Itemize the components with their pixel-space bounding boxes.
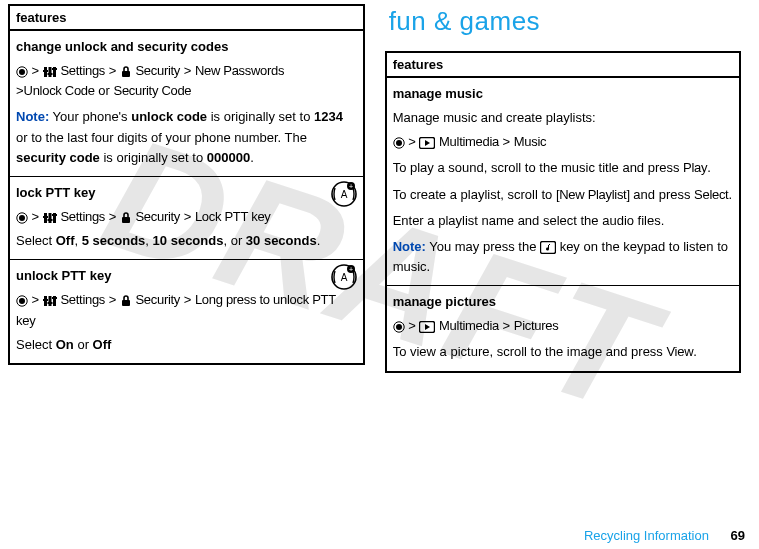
t: security code xyxy=(16,150,100,165)
svg-rect-33 xyxy=(52,297,57,299)
label: Pictures xyxy=(514,318,559,333)
intro: Manage music and create playlists: xyxy=(393,108,734,128)
lock-icon xyxy=(120,295,132,307)
svg-marker-43 xyxy=(425,324,430,330)
t: Your phone's xyxy=(49,109,131,124)
music-key-icon xyxy=(540,241,556,254)
settings-icon xyxy=(43,212,57,224)
t: . xyxy=(728,187,732,202)
view-text: To view a picture, scroll to the image a… xyxy=(393,342,734,362)
svg-text:A: A xyxy=(340,189,347,200)
t: You may press the xyxy=(426,239,540,254)
t: To play a sound, scroll to the music tit… xyxy=(393,160,683,175)
left-column: features change unlock and security code… xyxy=(8,4,365,373)
t: [New Playlist] xyxy=(556,187,630,202)
t: 1234 xyxy=(314,109,343,124)
svg-rect-7 xyxy=(52,68,57,70)
svg-rect-32 xyxy=(47,302,52,304)
t: To create a playlist, scroll to xyxy=(393,187,556,202)
row-manage-music: manage music Manage music and create pla… xyxy=(387,78,740,286)
menu-path-1: > Settings > Security > New Passwords xyxy=(16,61,357,81)
svg-point-0 xyxy=(19,69,25,75)
label: Lock PTT key xyxy=(195,209,271,224)
note-text: Note: You may press the key on the keypa… xyxy=(393,237,734,277)
svg-point-35 xyxy=(396,140,402,146)
settings-icon xyxy=(43,295,57,307)
svg-point-40 xyxy=(396,324,402,330)
right-table: features manage music Manage music and c… xyxy=(385,51,742,373)
settings-icon xyxy=(43,66,57,78)
svg-text:A: A xyxy=(340,272,347,283)
row-title: unlock PTT key xyxy=(16,266,357,286)
t: . xyxy=(250,150,254,165)
menu-path: > Settings > Security > Long press to un… xyxy=(16,290,357,330)
svg-point-13 xyxy=(19,215,25,221)
right-column: fun & games features manage music Manage… xyxy=(385,4,742,373)
label: Multimedia xyxy=(439,134,499,149)
t: 000000 xyxy=(207,150,250,165)
left-table: features change unlock and security code… xyxy=(8,4,365,365)
center-key-icon xyxy=(393,137,405,149)
row-title: lock PTT key xyxy=(16,183,357,203)
svg-rect-31 xyxy=(43,299,48,301)
t: 30 seconds xyxy=(246,233,317,248)
svg-rect-19 xyxy=(47,219,52,221)
label: Unlock Code xyxy=(24,83,95,98)
right-header: features xyxy=(387,53,740,78)
t: or xyxy=(74,337,93,352)
enter-text: Enter a playlist name and select the aud… xyxy=(393,211,734,231)
label: Security xyxy=(135,292,180,307)
row-title: change unlock and security codes xyxy=(16,37,357,57)
label: Security Code xyxy=(114,83,192,98)
t: Select xyxy=(16,233,56,248)
label: Music xyxy=(514,134,546,149)
footer-text: Recycling Information xyxy=(584,528,709,543)
create-text: To create a playlist, scroll to [New Pla… xyxy=(393,185,734,205)
note-label: Note: xyxy=(393,239,426,254)
row-manage-pictures: manage pictures > Multimedia > Pictures … xyxy=(387,286,740,370)
row-unlock-ptt: A+ unlock PTT key > Settings > Security … xyxy=(10,260,363,363)
svg-text:+: + xyxy=(349,266,353,273)
t: or to the last four digits of your phone… xyxy=(16,130,307,145)
row-change-codes: change unlock and security codes > Setti… xyxy=(10,31,363,177)
multimedia-icon xyxy=(419,321,435,333)
page-columns: features change unlock and security code… xyxy=(0,0,759,373)
menu-path-2: >Unlock Code or Security Code xyxy=(16,81,357,101)
center-key-icon xyxy=(16,295,28,307)
menu-path: > Multimedia > Pictures xyxy=(393,316,734,336)
lock-icon xyxy=(120,212,132,224)
page-number: 69 xyxy=(731,528,745,543)
t: . xyxy=(707,160,711,175)
center-key-icon xyxy=(16,212,28,224)
select-text: Select On or Off xyxy=(16,335,357,355)
svg-rect-6 xyxy=(47,73,52,75)
svg-point-26 xyxy=(19,298,25,304)
label: Security xyxy=(135,209,180,224)
note-text: Note: Your phone's unlock code is origin… xyxy=(16,107,357,167)
lock-icon xyxy=(120,66,132,78)
svg-rect-34 xyxy=(122,300,130,306)
t: is originally set to xyxy=(207,109,314,124)
section-heading: fun & games xyxy=(389,6,742,37)
t: . xyxy=(317,233,321,248)
t: Off xyxy=(93,337,112,352)
t: Off xyxy=(56,233,75,248)
svg-text:+: + xyxy=(349,183,353,190)
svg-rect-18 xyxy=(43,216,48,218)
svg-rect-16 xyxy=(48,213,51,223)
t: On xyxy=(56,337,74,352)
t: , or xyxy=(223,233,245,248)
t: , xyxy=(145,233,152,248)
svg-rect-5 xyxy=(43,70,48,72)
t: 10 seconds xyxy=(153,233,224,248)
network-badge-icon: A+ xyxy=(331,181,357,207)
label: New Passwords xyxy=(195,63,284,78)
label: Security xyxy=(135,63,180,78)
label: Multimedia xyxy=(439,318,499,333)
t: View xyxy=(666,344,693,359)
footer: Recycling Information 69 xyxy=(0,528,759,543)
multimedia-icon xyxy=(419,137,435,149)
t: and press xyxy=(630,187,694,202)
play-text: To play a sound, scroll to the music tit… xyxy=(393,158,734,178)
note-label: Note: xyxy=(16,109,49,124)
